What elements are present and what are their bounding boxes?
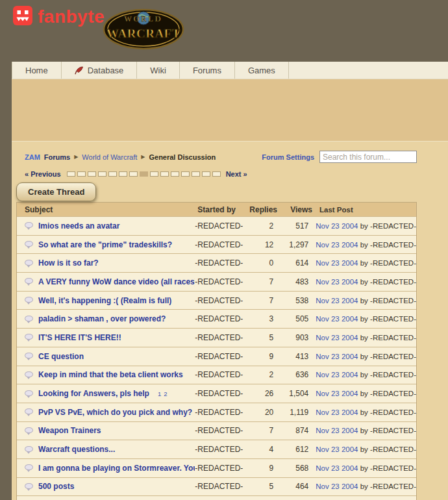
thread-replies-count: 7 (247, 277, 276, 286)
column-header-replies[interactable]: Replies (249, 205, 280, 214)
last-post-date-link[interactable]: Nov 23 2004 (316, 390, 358, 397)
zam-logo-text[interactable]: ZAM (25, 153, 40, 161)
nav-tab[interactable]: Forums (180, 62, 235, 79)
thread-views-count: 903 (276, 333, 310, 342)
pagination: « Previous Next » (25, 170, 442, 178)
create-thread-button[interactable]: Create Thread (16, 182, 96, 201)
last-post-date-link[interactable]: Nov 23 2004 (316, 259, 358, 267)
last-post-date-link[interactable]: Nov 23 2004 (316, 445, 358, 453)
thread-started-by: -REDACTED- (195, 370, 247, 379)
search-input[interactable] (319, 151, 417, 163)
thread-row: How is it so far? -REDACTED- 0 614 Nov 2… (17, 253, 416, 272)
last-post-date-link[interactable]: Nov 23 2004 (316, 353, 358, 360)
last-post-date-link[interactable]: Nov 23 2004 (316, 315, 358, 323)
thread-subject-link[interactable]: Imios needs an avatar (38, 221, 119, 231)
page-number-link[interactable] (160, 171, 169, 177)
nav-tab[interactable]: Home (12, 62, 62, 79)
thread-subject-cell: So what are the "prime" tradeskills? (17, 240, 195, 249)
chevron-right-icon: ▶ (141, 154, 145, 160)
thread-row: Mage questions -REDACTED- 9 520 Nov 23 2… (17, 495, 416, 500)
last-post-date-link[interactable]: Nov 23 2004 (316, 241, 358, 249)
page-number-link[interactable] (202, 171, 210, 177)
previous-page-link[interactable]: « Previous (25, 170, 61, 178)
page-number-link[interactable] (108, 171, 117, 177)
last-post-date-link[interactable]: Nov 23 2004 (316, 278, 358, 286)
page-number-link[interactable] (98, 171, 106, 177)
thread-subject-link[interactable]: So what are the "prime" tradeskills? (38, 240, 172, 249)
page-number-link[interactable] (129, 171, 138, 177)
last-post-date-link[interactable]: Nov 23 2004 (316, 464, 358, 472)
last-post-author: -REDACTED- (370, 297, 416, 305)
thread-views-count: 568 (276, 464, 310, 473)
thread-last-post: Nov 23 2004 by -REDACTED- (310, 390, 416, 397)
page-number-link[interactable] (171, 171, 179, 177)
thread-replies-count: 2 (247, 370, 276, 379)
comment-bubble-icon (25, 334, 33, 340)
last-post-date-link[interactable]: Nov 23 2004 (316, 297, 358, 305)
column-header-last-post[interactable]: Last Post (314, 206, 416, 214)
thread-subject-link[interactable]: CE question (38, 352, 84, 361)
page-number-link[interactable] (67, 171, 75, 177)
thread-replies-count: 2 (247, 221, 276, 231)
svg-text:WORLD: WORLD (125, 14, 163, 23)
thread-row: Weapon Trainers -REDACTED- 7 874 Nov 23 … (17, 421, 416, 440)
thread-started-by: -REDACTED- (195, 482, 247, 491)
column-header-views[interactable]: Views (280, 205, 314, 214)
last-post-date-link[interactable]: Nov 23 2004 (316, 482, 358, 490)
page-number-link[interactable] (181, 171, 190, 177)
column-header-subject[interactable]: Subject (17, 205, 197, 214)
thread-subject-link[interactable]: I am gonna be playing on Stormreaver. Yo… (38, 464, 195, 473)
breadcrumb-forums[interactable]: Forums (44, 153, 70, 161)
column-header-started-by[interactable]: Started by (197, 205, 249, 214)
thread-last-post: Nov 23 2004 by -REDACTED- (310, 259, 416, 267)
last-post-date-link[interactable]: Nov 23 2004 (316, 427, 358, 434)
subject-page-link[interactable]: 1 (158, 390, 161, 397)
page-number-link[interactable] (192, 171, 200, 177)
by-label: by (360, 241, 368, 249)
thread-subject-link[interactable]: 500 posts (38, 482, 74, 491)
thread-subject-link[interactable]: A VERY funny WoW dance video (all races) (38, 277, 195, 286)
last-post-date-link[interactable]: Nov 23 2004 (316, 334, 358, 342)
subject-mini-pages: 12 (158, 390, 168, 397)
nav-tab[interactable]: Database (62, 62, 138, 79)
nav-tab[interactable]: Games (235, 62, 289, 79)
last-post-author: -REDACTED- (370, 278, 416, 286)
thread-row: So what are the "prime" tradeskills? -RE… (17, 235, 416, 254)
last-post-date-link[interactable]: Nov 23 2004 (316, 222, 358, 230)
thread-subject-link[interactable]: Weapon Trainers (38, 426, 101, 435)
nav-tab[interactable]: Wiki (137, 62, 180, 79)
forum-settings-link[interactable]: Forum Settings (262, 153, 314, 161)
comment-bubble-icon (25, 222, 33, 228)
page-number-link[interactable] (77, 171, 86, 177)
thread-subject-cell: Warcraft questions... (17, 445, 195, 454)
thread-replies-count: 26 (247, 389, 276, 398)
subject-page-link[interactable]: 2 (164, 390, 167, 397)
thread-subject-link[interactable]: Warcraft questions... (38, 445, 115, 454)
breadcrumb-game-link[interactable]: World of Warcraft (82, 153, 137, 161)
thread-subject-link[interactable]: IT'S HERE IT'S HERE!! (38, 333, 121, 342)
page-number-link[interactable] (150, 171, 158, 177)
thread-views-count: 538 (276, 296, 310, 305)
page-number-link[interactable] (140, 171, 148, 177)
thread-subject-link[interactable]: Looking for Answers, pls help (38, 389, 149, 398)
last-post-author: -REDACTED- (370, 371, 416, 379)
thread-row: Keep in mind that the beta client works … (17, 366, 416, 384)
thread-subject-cell: I am gonna be playing on Stormreaver. Yo… (17, 464, 195, 473)
page-number-link[interactable] (88, 171, 96, 177)
thread-last-post: Nov 23 2004 by -REDACTED- (310, 315, 416, 323)
thread-subject-link[interactable]: How is it so far? (38, 258, 99, 268)
next-page-link[interactable]: Next » (226, 170, 247, 178)
fanbyte-wordmark: fanbyte (38, 6, 105, 27)
thread-subject-link[interactable]: Well, it's happening :( (Realm is full) (38, 296, 171, 305)
thread-subject-link[interactable]: paladin > shaman , over powered? (38, 314, 166, 323)
fanbyte-logo[interactable]: fanbyte (13, 6, 105, 28)
last-post-author: -REDACTED- (370, 482, 416, 490)
page-number-link[interactable] (119, 171, 127, 177)
thread-started-by: -REDACTED- (195, 296, 247, 305)
last-post-date-link[interactable]: Nov 23 2004 (316, 371, 358, 379)
thread-subject-link[interactable]: Keep in mind that the beta client works (38, 370, 183, 379)
page-number-link[interactable] (212, 171, 221, 177)
last-post-date-link[interactable]: Nov 23 2004 (316, 408, 358, 416)
thread-started-by: -REDACTED- (195, 277, 247, 286)
thread-subject-link[interactable]: PvP VS PvE, which do you pick and why? (38, 408, 192, 417)
